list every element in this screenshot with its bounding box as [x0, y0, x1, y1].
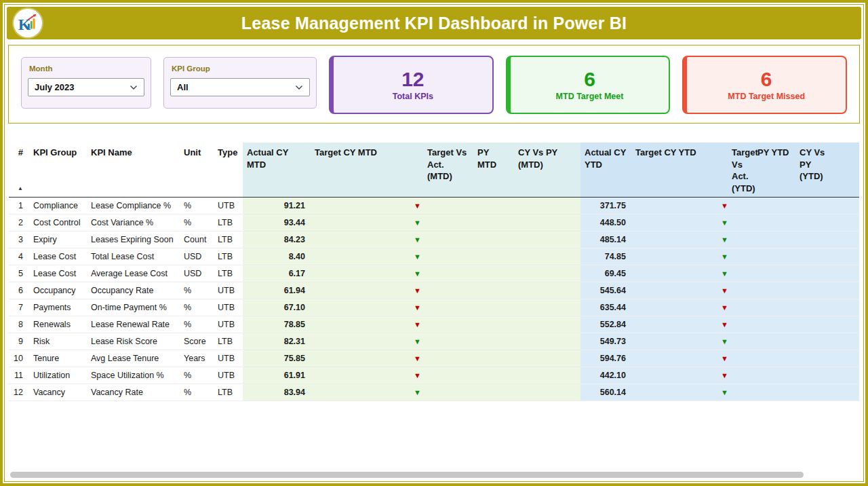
table-row[interactable]: 10TenureAvg Lease TenureYearsUTB75.85▼59…	[9, 350, 859, 367]
target-vs-act-mtd-cell: ▼	[385, 299, 473, 316]
card-mtd-target-missed[interactable]: 6 MTD Target Missed	[682, 56, 847, 114]
column-header-kpi-group[interactable]: KPI Group	[29, 143, 87, 198]
target-cy-mtd-cell	[311, 367, 385, 384]
table-row[interactable]: 7PaymentsOn-time Payment %%UTB67.10▼635.…	[9, 299, 859, 316]
down-triangle-green-icon: ▼	[414, 269, 421, 278]
cy-vs-py-ytd-cell	[795, 350, 859, 367]
py-mtd-cell	[473, 299, 514, 316]
month-dropdown-value: July 2023	[35, 82, 75, 92]
header-label: Target Vs Act. (YTD)	[732, 147, 758, 194]
column-header-actual-cy-ytd[interactable]: Actual CY YTD	[580, 143, 631, 198]
py-ytd-cell	[753, 198, 795, 214]
down-triangle-green-icon: ▼	[414, 337, 421, 345]
target-cy-mtd-cell	[311, 350, 385, 367]
column-header-target-cy-ytd[interactable]: Target CY YTD	[631, 143, 713, 198]
actual-cy-mtd-cell: 91.21	[243, 198, 311, 214]
target-vs-act-mtd-cell: ▼	[385, 316, 473, 333]
row-number-cell: 5	[9, 265, 29, 282]
type-cell: UTB	[214, 350, 243, 367]
target-vs-act-mtd-cell: ▼	[385, 198, 473, 214]
column-header-unit[interactable]: Unit	[180, 143, 214, 198]
column-header-target-vs-act-ytd[interactable]: Target Vs Act. (YTD)	[713, 143, 753, 198]
table-row[interactable]: 1ComplianceLease Compliance %%UTB91.21▼3…	[9, 198, 859, 214]
kpi-group-dropdown[interactable]: All	[170, 78, 310, 96]
target-vs-act-mtd-cell: ▼	[385, 231, 473, 248]
down-triangle-red-icon: ▼	[414, 202, 421, 210]
unit-cell: Years	[180, 350, 214, 367]
column-header-py-ytd[interactable]: PY YTD	[753, 143, 795, 198]
kpi-name-cell: Cost Variance %	[87, 214, 180, 231]
table-row[interactable]: 8RenewalsLease Renewal Rate%UTB78.85▼552…	[9, 316, 859, 333]
column-header-target-vs-act-mtd[interactable]: Target Vs Act. (MTD)	[385, 143, 473, 198]
actual-cy-ytd-cell: 74.85	[580, 248, 631, 265]
kpi-group-cell: Vacancy	[29, 384, 87, 401]
target-cy-ytd-cell	[631, 265, 713, 282]
table-row[interactable]: 11UtilizationSpace Utilization %%UTB61.9…	[9, 367, 859, 384]
target-vs-act-ytd-cell: ▼	[713, 214, 753, 231]
card-total-kpis[interactable]: 12 Total KPIs	[329, 56, 494, 114]
row-number-cell: 10	[9, 350, 29, 367]
row-number-cell: 9	[9, 333, 29, 350]
logo-icon: K	[15, 10, 41, 36]
row-number-cell: 6	[9, 282, 29, 299]
cy-vs-py-mtd-cell	[514, 265, 580, 282]
cy-vs-py-mtd-cell	[514, 282, 580, 299]
row-number-cell: 1	[9, 198, 29, 214]
month-dropdown[interactable]: July 2023	[28, 78, 144, 96]
actual-cy-ytd-cell: 448.50	[580, 214, 631, 231]
cy-vs-py-ytd-cell	[795, 282, 859, 299]
py-mtd-cell	[473, 350, 514, 367]
kpi-group-dropdown-value: All	[177, 82, 189, 92]
table-row[interactable]: 6OccupancyOccupancy Rate%UTB61.94▼545.64…	[9, 282, 859, 299]
unit-cell: %	[180, 299, 214, 316]
cy-vs-py-mtd-cell	[514, 316, 580, 333]
target-vs-act-ytd-cell: ▼	[713, 265, 753, 282]
target-cy-mtd-cell	[311, 198, 385, 214]
table-row[interactable]: 9RiskLease Risk ScoreScoreLTB82.31▼549.7…	[9, 333, 859, 350]
horizontal-scrollbar[interactable]	[10, 472, 804, 478]
table-row[interactable]: 3ExpiryLeases Expiring SoonCountLTB84.23…	[9, 231, 859, 248]
kpi-table-body: 1ComplianceLease Compliance %%UTB91.21▼3…	[9, 198, 859, 401]
column-header-actual-cy-mtd[interactable]: Actual CY MTD	[243, 143, 311, 198]
down-triangle-red-icon: ▼	[414, 286, 421, 295]
target-cy-mtd-cell	[311, 282, 385, 299]
table-row[interactable]: 5Lease CostAverage Lease CostUSDLTB6.17▼…	[9, 265, 859, 282]
table-header-row: # ▲ KPI Group KPI Name Unit Type Actual …	[9, 143, 859, 198]
table-row[interactable]: 4Lease CostTotal Lease CostUSDLTB8.40▼74…	[9, 248, 859, 265]
target-vs-act-mtd-cell: ▼	[385, 333, 473, 350]
column-header-type[interactable]: Type	[214, 143, 243, 198]
target-cy-ytd-cell	[631, 248, 713, 265]
py-ytd-cell	[753, 265, 795, 282]
cy-vs-py-mtd-cell	[514, 367, 580, 384]
down-triangle-red-icon: ▼	[721, 320, 728, 329]
actual-cy-mtd-cell: 67.10	[243, 299, 311, 316]
unit-cell: USD	[180, 265, 214, 282]
column-header-cy-vs-py-mtd[interactable]: CY Vs PY (MTD)	[514, 143, 580, 198]
type-cell: UTB	[214, 282, 243, 299]
actual-cy-ytd-cell: 560.14	[580, 384, 631, 401]
kpi-group-cell: Expiry	[29, 231, 87, 248]
py-ytd-cell	[753, 350, 795, 367]
target-cy-mtd-cell	[311, 316, 385, 333]
column-header-kpi-name[interactable]: KPI Name	[87, 143, 180, 198]
table-row[interactable]: 2Cost ControlCost Variance %%LTB93.44▼44…	[9, 214, 859, 231]
card-total-kpis-value: 12	[401, 69, 424, 90]
column-header-target-cy-mtd[interactable]: Target CY MTD	[311, 143, 385, 198]
down-triangle-red-icon: ▼	[721, 202, 728, 210]
target-vs-act-mtd-cell: ▼	[385, 350, 473, 367]
header-label: CY Vs PY (YTD)	[800, 147, 836, 183]
down-triangle-red-icon: ▼	[414, 371, 421, 379]
down-triangle-red-icon: ▼	[721, 371, 728, 379]
down-triangle-green-icon: ▼	[414, 219, 421, 227]
actual-cy-ytd-cell: 552.84	[580, 316, 631, 333]
down-triangle-red-icon: ▼	[721, 286, 728, 295]
column-header-py-mtd[interactable]: PY MTD	[473, 143, 514, 198]
type-cell: LTB	[214, 248, 243, 265]
header-label: Target Vs Act. (MTD)	[427, 147, 469, 183]
column-header-cy-vs-py-ytd[interactable]: CY Vs PY (YTD)	[795, 143, 859, 198]
actual-cy-ytd-cell: 371.75	[580, 198, 631, 214]
card-mtd-target-meet[interactable]: 6 MTD Target Meet	[506, 56, 671, 114]
target-vs-act-ytd-cell: ▼	[713, 231, 753, 248]
column-header-index[interactable]: # ▲	[9, 143, 29, 198]
table-row[interactable]: 12VacancyVacancy Rate%LTB83.94▼560.14▼	[9, 384, 859, 401]
